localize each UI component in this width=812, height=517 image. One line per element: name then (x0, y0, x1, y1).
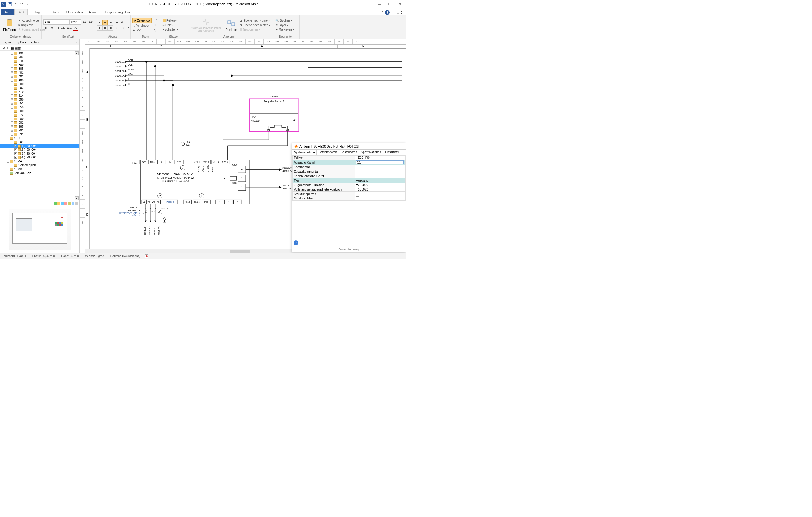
redo-icon[interactable]: ↷ (19, 1, 24, 7)
tree-item[interactable]: +.004 (0, 140, 79, 144)
auto-align-button[interactable]: Automatische Ausrichtung und Abstände (189, 17, 224, 33)
tab-design[interactable]: Entwurf (46, 9, 63, 15)
file-tab[interactable]: Datei (1, 9, 14, 15)
tree-item[interactable]: +.900 (0, 109, 79, 113)
ftb6-icon[interactable] (71, 202, 75, 205)
align-br[interactable]: ≡ (108, 25, 113, 31)
select-button[interactable]: ➤Markieren▾ (275, 28, 294, 31)
explorer-tb1-icon[interactable]: ⚙ (1, 46, 6, 51)
explorer-tree[interactable]: ▲ ▼ +.132+.202+.248+.300+.305+.401+.402+… (0, 51, 79, 201)
ausgang-kanal-input[interactable] (356, 160, 404, 165)
tree-item[interactable]: +.803 (0, 86, 79, 90)
tree-item[interactable]: +.402 (0, 75, 79, 78)
align-bl[interactable]: ≡ (97, 25, 102, 31)
ftb5-icon[interactable] (68, 202, 71, 205)
tree-item[interactable]: +.132 (0, 51, 79, 55)
fill-button[interactable]: Füllen▾ (162, 19, 179, 23)
ftb4-icon[interactable] (64, 202, 67, 205)
group-button[interactable]: ⊞Gruppieren▾ (239, 28, 271, 31)
save-icon[interactable] (7, 1, 12, 7)
connector-tool-button[interactable]: ↳Verbinder (133, 24, 152, 28)
ftb3-icon[interactable] (61, 202, 64, 205)
dialog-tab[interactable]: Klassifikati (383, 150, 401, 155)
dialog-tab[interactable]: Bestelldaten (339, 150, 359, 155)
shrink-font-icon[interactable]: A▾ (88, 19, 93, 25)
explorer-tb3-icon[interactable]: ▤ (14, 47, 18, 50)
tab-insert[interactable]: Einfügen (28, 9, 46, 15)
tree-item[interactable]: +.980 (0, 117, 79, 121)
line-button[interactable]: ━Linie▾ (162, 23, 179, 27)
indent-dec-button[interactable]: ⇤ (114, 26, 120, 31)
rect-tool-icon[interactable]: ▭ (152, 17, 158, 22)
checkbox[interactable] (356, 197, 359, 199)
tree-item[interactable]: +.300 (0, 63, 79, 67)
line-tool-icon[interactable]: ╲ (152, 28, 158, 34)
strike-button[interactable]: abc (61, 26, 66, 31)
ftb7-icon[interactable] (75, 202, 78, 205)
tree-item[interactable]: +.850 (0, 98, 79, 102)
explorer-tb2-icon[interactable]: ▦ (11, 47, 14, 50)
tree-item[interactable]: +.985 (0, 125, 79, 128)
tree-item[interactable]: +.810 (0, 90, 79, 94)
text-case-button[interactable]: Aa▾ (67, 26, 72, 31)
tree-item[interactable]: +.982 (0, 121, 79, 125)
position-button[interactable]: Position (224, 19, 238, 32)
tree-item[interactable]: +.401 (0, 70, 79, 75)
explorer-tb4-icon[interactable]: ▥ (18, 47, 21, 50)
status-rec-icon[interactable] (145, 254, 148, 258)
tree-item[interactable]: +&ELU (0, 136, 79, 140)
qat-dropdown-icon[interactable]: ▼ (25, 1, 30, 7)
tab-view[interactable]: Ansicht (86, 9, 103, 15)
dialog-tab[interactable]: Systemattribute (292, 150, 317, 155)
bullets-button[interactable]: ≣ (114, 20, 120, 25)
shadow-button[interactable]: ▪Schatten▾ (162, 28, 179, 31)
tab-engineering-base[interactable]: Engineering Base (103, 9, 134, 15)
ribbon-opt2-icon[interactable]: ▭ (396, 11, 399, 15)
dialog-help-icon[interactable]: ? (293, 240, 298, 245)
ribbon-collapse-icon[interactable]: ˆ (382, 11, 383, 14)
tree-scroll-down[interactable]: ▼ (75, 197, 79, 200)
tree-item[interactable]: +.851 (0, 102, 79, 105)
indent-inc-button[interactable]: ⇥ (120, 26, 125, 31)
maximize-button[interactable]: ☐ (386, 1, 394, 7)
dialog-tab[interactable]: Spezifikationen (359, 150, 383, 155)
tree-item[interactable]: +.248 (0, 59, 79, 63)
tree-item[interactable]: +.999 (0, 132, 79, 136)
tree-item[interactable]: +&EMA (0, 160, 79, 163)
tree-item[interactable]: +3 (=20 .004) (0, 152, 79, 155)
drawing-canvas[interactable]: 1020304050607080901001101201301401501601… (80, 39, 406, 253)
font-name-combo[interactable]: Arial (43, 19, 69, 25)
bold-button[interactable]: F (43, 26, 49, 31)
tree-item[interactable]: +2 (=20 .004) (0, 148, 79, 152)
grow-font-icon[interactable]: A▴ (82, 19, 87, 25)
minimize-button[interactable]: — (376, 1, 383, 7)
undo-icon[interactable]: ↶ (13, 1, 19, 7)
x-tool-icon[interactable]: ✕ (152, 23, 158, 28)
dialog-tab[interactable]: Betriebsdaten (317, 150, 339, 155)
checkbox[interactable] (356, 192, 359, 195)
align-bc[interactable]: ≡ (103, 25, 108, 31)
tree-item[interactable]: +1 (=20 .004) (0, 144, 79, 148)
tree-item[interactable]: +.800 (0, 82, 79, 86)
tree-item[interactable]: +Klemmenplan (0, 163, 79, 167)
ribbon-opt3-icon[interactable]: ⛶ (401, 11, 404, 14)
help-icon[interactable]: ? (385, 10, 390, 15)
align-tr[interactable]: ≡ (108, 20, 113, 25)
layer-button[interactable]: ≋Layer▾ (275, 23, 294, 27)
tree-item[interactable]: +.403 (0, 78, 79, 82)
tree-item[interactable]: +.991 (0, 128, 79, 132)
find-button[interactable]: 🔍Suchen▾ (275, 19, 294, 23)
ftb2-icon[interactable] (57, 202, 60, 205)
tab-review[interactable]: Überprüfen (63, 9, 86, 15)
bring-forward-button[interactable]: ▲Ebene nach vorne▾ (239, 19, 271, 23)
ftb1-icon[interactable] (54, 202, 57, 205)
text-tool-button[interactable]: AText (133, 28, 152, 32)
tab-start[interactable]: Start (14, 9, 28, 15)
properties-table[interactable]: Teil von+E20 -F04Ausgang KanalKommentarZ… (292, 155, 406, 201)
send-backward-button[interactable]: ▼Ebene nach hinten▾ (239, 23, 271, 27)
align-tc[interactable]: ≡ (103, 20, 108, 25)
underline-button[interactable]: U (55, 26, 61, 31)
tree-item[interactable]: +.972 (0, 113, 79, 117)
tree-item[interactable]: +.814 (0, 94, 79, 98)
paste-button[interactable]: Einfügen (2, 19, 17, 32)
